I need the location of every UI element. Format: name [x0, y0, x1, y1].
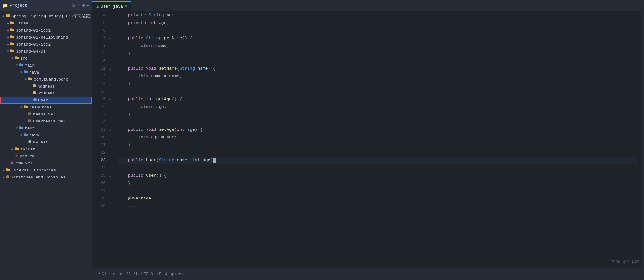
line-number-17: 17 — [92, 111, 106, 118]
tree-arrow-java-test: ▼ — [19, 134, 24, 137]
tree-arrow-idea: ▶ — [6, 21, 10, 25]
sidebar-item-userbeans-xml[interactable]: XMLuserbeans.xml — [0, 118, 92, 125]
gutter-icon-6 — [108, 27, 113, 34]
code-line-12: this.name = name; — [118, 73, 638, 80]
code-line-18 — [118, 118, 638, 126]
sidebar-item-test[interactable]: ▼test — [0, 125, 92, 132]
tree-icon-spring-02 — [10, 34, 15, 40]
tree-icon-main — [19, 62, 24, 68]
code-line-23: public User(String name, int age) — [118, 157, 638, 164]
tree-arrow-spring-root: ▼ — [1, 15, 6, 18]
tab-user-java[interactable]: ☕ User.java × — [92, 1, 131, 11]
sidebar-item-spring-01[interactable]: ▶spring-01-ioc1 — [0, 27, 92, 34]
tree-arrow-target: ▶ — [10, 147, 15, 151]
tree-label-pom-xml-04: pom.xml — [20, 154, 92, 159]
settings-icon[interactable]: ⚙ — [82, 3, 85, 8]
tree-icon-com-kuang-pojo — [28, 76, 32, 82]
tree-label-Student: Student — [38, 91, 92, 96]
svg-marker-46 — [6, 175, 9, 178]
git-icon: ⎇ — [96, 272, 100, 276]
line-number-8: 8 — [92, 42, 106, 50]
gutter-icon-28 — [108, 195, 113, 202]
svg-rect-35 — [24, 133, 26, 134]
sidebar-item-com-kuang-pojo[interactable]: ▼com.kuang.pojo — [0, 76, 92, 83]
tree-arrow-scratches: ▶ — [1, 175, 6, 179]
gutter-icon-18 — [108, 118, 113, 126]
sidebar-item-User[interactable]: CUser — [0, 97, 92, 104]
sidebar-item-spring-04[interactable]: ▼spring-04-DI — [0, 48, 92, 55]
sidebar-item-scratches[interactable]: ▶Scratches and Consoles — [0, 174, 92, 181]
collapse-icon[interactable]: ≡ — [78, 3, 80, 8]
editor-panel: ☕ User.java × 45678910111213141516171819… — [92, 0, 644, 280]
sidebar-item-java[interactable]: ▼java — [0, 69, 92, 76]
sidebar-item-spring-02[interactable]: ▶spring-02-helloSpring — [0, 34, 92, 41]
vertical-scrollbar[interactable] — [641, 11, 644, 268]
sidebar-item-Address[interactable]: CAddress — [0, 83, 92, 90]
svg-rect-5 — [10, 28, 12, 29]
sidebar-item-external-libs[interactable]: ▶External Libraries — [0, 167, 92, 174]
sidebar-item-resources[interactable]: ▼resources — [0, 104, 92, 111]
tree-icon-Student: C — [32, 91, 36, 96]
encoding-indicator[interactable]: UTF-8 — [141, 272, 153, 276]
sidebar-item-java-test[interactable]: ▼java — [0, 132, 92, 139]
sidebar-item-pom-xml-root[interactable]: mpom.xml — [0, 160, 92, 167]
tree-arrow-main: ▼ — [15, 64, 19, 67]
tree-arrow-test: ▼ — [15, 127, 19, 130]
line-numbers: 4567891011121314151617181920212223242526… — [92, 11, 108, 268]
git-branch[interactable]: ⎇ Git: main — [96, 272, 122, 276]
line-number-19: 19 — [92, 126, 106, 134]
tab-close-button[interactable]: × — [125, 4, 127, 8]
sidebar-item-Student[interactable]: CStudent — [0, 90, 92, 97]
line-number-27: 27 — [92, 187, 106, 195]
tree-label-idea: .idea — [16, 21, 92, 26]
tree-label-resources: resources — [29, 105, 92, 110]
tree-icon-src — [15, 55, 19, 61]
sidebar-item-spring-root[interactable]: ▼Spring [Spring study] D:\学习笔记 — [0, 13, 92, 20]
line-number-16: 16 — [92, 103, 106, 111]
tree-icon-pom-xml-root: m — [10, 160, 14, 166]
tree-icon-idea — [10, 20, 15, 26]
editor-content: 4567891011121314151617181920212223242526… — [92, 11, 644, 268]
code-line-29: ... — [118, 202, 638, 210]
tree-arrow-spring-02: ▶ — [6, 35, 10, 39]
line-number-5: 5 — [92, 19, 106, 27]
tree-icon-scratches — [6, 175, 10, 180]
svg-rect-27 — [24, 105, 26, 106]
code-line-6 — [118, 27, 638, 34]
sidebar-item-target[interactable]: ▶target — [0, 146, 92, 153]
code-area[interactable]: private String name; private int age; pu… — [114, 11, 641, 268]
gutter-icon-27 — [108, 187, 113, 195]
tab-label: User.java — [101, 4, 123, 9]
line-sep-indicator[interactable]: LF — [157, 272, 161, 276]
sidebar-item-beans-xml[interactable]: XMLbeans.xml — [0, 111, 92, 118]
git-branch-label: Git: main — [102, 272, 122, 276]
line-col-indicator[interactable]: 23:21 — [126, 272, 138, 276]
sidebar-item-myTest[interactable]: TmyTest — [0, 139, 92, 146]
line-number-7: 7 — [92, 34, 106, 42]
tree-icon-target — [15, 146, 19, 152]
svg-rect-39 — [15, 147, 17, 148]
sidebar-item-src[interactable]: ▼src — [0, 55, 92, 62]
tree-icon-test — [19, 125, 24, 131]
sidebar-item-idea[interactable]: ▶.idea — [0, 20, 92, 27]
sidebar-item-main[interactable]: ▼main — [0, 62, 92, 69]
minimize-icon[interactable]: — — [87, 3, 89, 8]
sidebar-item-pom-xml-04[interactable]: mpom.xml — [0, 153, 92, 160]
line-number-4: 4 — [92, 11, 106, 19]
svg-rect-7 — [10, 35, 12, 36]
code-line-22 — [118, 149, 638, 157]
gutter-icon-11: ◇ — [108, 65, 113, 73]
code-line-25: public User() { — [118, 172, 638, 179]
sidebar: 📁 Project ⟳ ≡ ⚙ — ▼Spring [Spring study]… — [0, 0, 92, 280]
sidebar-title: Project — [10, 3, 70, 8]
indent-indicator[interactable]: 4 spaces — [165, 272, 183, 276]
sync-icon[interactable]: ⟳ — [72, 3, 76, 8]
project-icon: 📁 — [3, 3, 8, 8]
code-line-7: public String getName() { — [118, 34, 638, 42]
tree-icon-java — [24, 69, 28, 75]
editor-tabs: ☕ User.java × — [92, 0, 644, 11]
svg-text:m: m — [11, 162, 13, 164]
tree-label-spring-04: spring-04-DI — [16, 49, 92, 54]
line-sep-label: LF — [157, 272, 161, 276]
sidebar-item-spring-03[interactable]: ▶spring-03-ioc2 — [0, 41, 92, 48]
